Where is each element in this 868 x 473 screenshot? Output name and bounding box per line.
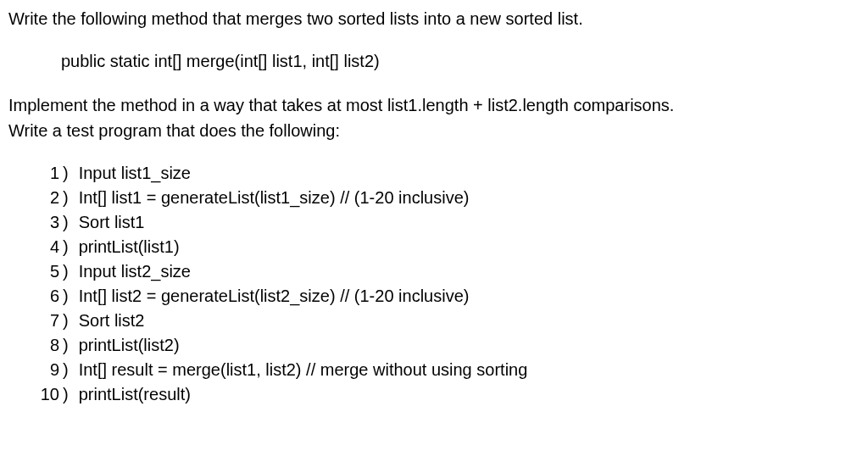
step-text: Input list1_size <box>79 161 860 186</box>
step-item: 4) printList(list1) <box>34 235 860 259</box>
step-item: 9) Int[] result = merge(list1, list2) //… <box>34 358 860 382</box>
intro-text: Write the following method that merges t… <box>8 7 860 31</box>
step-item: 10) printList(result) <box>34 382 860 407</box>
method-signature: public static int[] merge(int[] list1, i… <box>8 49 860 73</box>
step-text: printList(list1) <box>79 235 860 259</box>
step-paren: ) <box>63 161 79 186</box>
step-item: 5) Input list2_size <box>34 259 860 284</box>
step-paren: ) <box>63 333 79 358</box>
step-number: 1 <box>34 161 63 186</box>
step-text: Int[] result = merge(list1, list2) // me… <box>79 358 860 382</box>
step-paren: ) <box>63 235 79 259</box>
step-text: Int[] list1 = generateList(list1_size) /… <box>79 186 860 210</box>
step-paren: ) <box>63 259 79 284</box>
step-text: printList(result) <box>79 382 860 407</box>
step-number: 7 <box>34 309 63 333</box>
step-item: 7) Sort list2 <box>34 309 860 333</box>
step-number: 2 <box>34 186 63 210</box>
step-text: Sort list1 <box>79 210 860 235</box>
step-text: Input list2_size <box>79 259 860 284</box>
step-number: 4 <box>34 235 63 259</box>
step-paren: ) <box>63 309 79 333</box>
step-item: 3) Sort list1 <box>34 210 860 235</box>
step-number: 6 <box>34 284 63 309</box>
step-item: 6) Int[] list2 = generateList(list2_size… <box>34 284 860 309</box>
step-item: 2) Int[] list1 = generateList(list1_size… <box>34 186 860 210</box>
step-text: Sort list2 <box>79 309 860 333</box>
step-number: 8 <box>34 333 63 358</box>
step-text: Int[] list2 = generateList(list2_size) /… <box>79 284 860 309</box>
step-item: 8) printList(list2) <box>34 333 860 358</box>
step-number: 9 <box>34 358 63 382</box>
step-number: 10 <box>34 382 63 407</box>
implement-text: Implement the method in a way that takes… <box>8 93 860 117</box>
step-number: 5 <box>34 259 63 284</box>
step-paren: ) <box>63 382 79 407</box>
step-item: 1) Input list1_size <box>34 161 860 186</box>
test-intro-text: Write a test program that does the follo… <box>8 119 860 142</box>
step-number: 3 <box>34 210 63 235</box>
step-paren: ) <box>63 284 79 309</box>
step-paren: ) <box>63 186 79 210</box>
step-text: printList(list2) <box>79 333 860 358</box>
step-paren: ) <box>63 210 79 235</box>
steps-list: 1) Input list1_size 2) Int[] list1 = gen… <box>8 161 860 407</box>
step-paren: ) <box>63 358 79 382</box>
